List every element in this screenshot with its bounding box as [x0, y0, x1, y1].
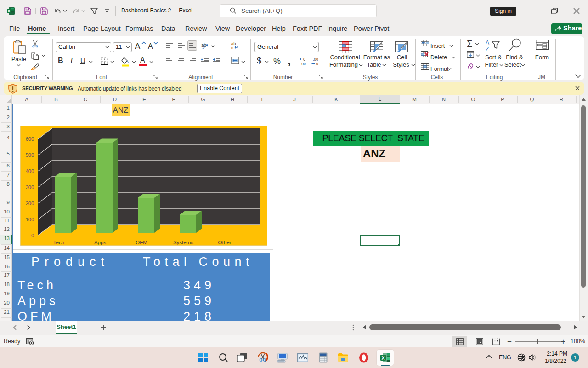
svg-text:Z: Z [486, 46, 489, 52]
svg-text:100: 100 [26, 217, 34, 222]
svg-text:200: 200 [26, 201, 34, 206]
svg-text:X: X [7, 9, 10, 13]
svg-text:400: 400 [26, 168, 34, 174]
svg-text:0: 0 [316, 62, 318, 66]
svg-text:Other: Other [218, 240, 232, 245]
svg-text:Tech: Tech [53, 240, 64, 245]
svg-text:c: c [231, 45, 233, 50]
svg-text:X: X [381, 355, 384, 361]
svg-text:500: 500 [26, 152, 34, 158]
svg-text:Systems: Systems [173, 240, 193, 245]
svg-text:0: 0 [31, 233, 34, 238]
svg-text:ab: ab [201, 43, 207, 48]
svg-text:0: 0 [303, 57, 305, 62]
svg-text:600: 600 [26, 136, 34, 142]
svg-text:Apps: Apps [94, 240, 106, 245]
svg-text:A: A [486, 40, 489, 46]
svg-text:300: 300 [26, 184, 34, 190]
svg-text:.00: .00 [313, 57, 318, 62]
svg-text:.00: .00 [300, 62, 306, 66]
svg-text:OFM: OFM [136, 240, 147, 245]
